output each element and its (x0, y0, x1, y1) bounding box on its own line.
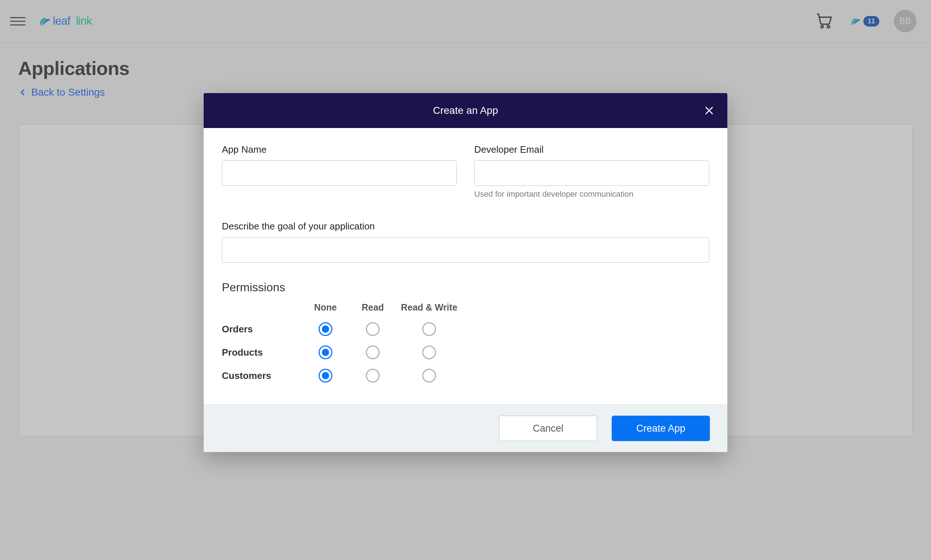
radio-orders-read[interactable] (366, 322, 380, 336)
permissions-section: Permissions None Read Read & Write Order… (222, 281, 709, 383)
goal-input[interactable] (222, 237, 709, 263)
modal-body: App Name Developer Email Used for import… (204, 128, 727, 405)
radio-customers-read[interactable] (366, 369, 380, 383)
permissions-title: Permissions (222, 281, 709, 294)
app-name-input[interactable] (222, 160, 457, 186)
modal-header: Create an App (204, 93, 727, 128)
radio-products-none[interactable] (319, 345, 332, 359)
create-app-modal: Create an App App Name Developer Email U… (204, 93, 727, 452)
modal-title: Create an App (433, 105, 498, 116)
create-app-button[interactable]: Create App (612, 415, 710, 441)
modal-footer: Cancel Create App (204, 405, 727, 452)
close-icon[interactable] (702, 103, 716, 118)
cancel-button[interactable]: Cancel (499, 415, 597, 441)
radio-products-readwrite[interactable] (422, 345, 436, 359)
radio-orders-readwrite[interactable] (422, 322, 436, 336)
perm-row-orders: Orders (222, 324, 302, 335)
goal-label: Describe the goal of your application (222, 221, 709, 232)
perm-row-products: Products (222, 347, 302, 358)
modal-overlay: Create an App App Name Developer Email U… (0, 0, 931, 560)
radio-products-read[interactable] (366, 345, 380, 359)
perm-col-read: Read (349, 302, 396, 313)
developer-email-help: Used for important developer communicati… (474, 189, 709, 199)
cancel-button-label: Cancel (533, 423, 563, 434)
developer-email-input[interactable] (474, 160, 709, 186)
perm-row-customers: Customers (222, 370, 302, 382)
radio-orders-none[interactable] (319, 322, 332, 336)
perm-col-readwrite: Read & Write (396, 302, 462, 313)
create-app-button-label: Create App (636, 423, 685, 434)
radio-customers-none[interactable] (319, 369, 332, 383)
app-name-label: App Name (222, 144, 457, 155)
developer-email-label: Developer Email (474, 144, 709, 155)
radio-customers-readwrite[interactable] (422, 369, 436, 383)
perm-col-none: None (302, 302, 349, 313)
